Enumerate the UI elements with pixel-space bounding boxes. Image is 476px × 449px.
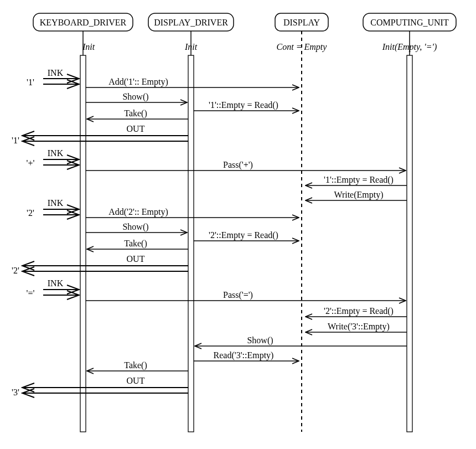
out-label: OUT bbox=[127, 124, 145, 133]
svg-rect-5 bbox=[188, 55, 194, 432]
lifeline-label: DISPLAY bbox=[283, 18, 320, 27]
msg-label: Read('3'::Empty) bbox=[214, 350, 274, 360]
ink-label: INK bbox=[48, 148, 64, 158]
lifeline-label: DISPLAY_DRIVER bbox=[154, 18, 228, 27]
out-1-event: OUT '1' bbox=[12, 124, 188, 145]
ink-label: INK bbox=[48, 198, 64, 208]
lifeline-display-driver: DISPLAY_DRIVER Init bbox=[148, 13, 234, 432]
msg-label: Show() bbox=[122, 92, 148, 102]
ink-label: INK bbox=[48, 278, 64, 288]
out-3-event: OUT '3' bbox=[12, 376, 188, 397]
msg-label: Show() bbox=[247, 336, 273, 345]
key-label: '=' bbox=[27, 288, 35, 298]
out-value: '1' bbox=[12, 136, 19, 145]
ink-2-event: INK '2' bbox=[27, 198, 79, 218]
msg-label: '2'::Empty = Read() bbox=[209, 230, 278, 240]
out-value: '2' bbox=[12, 266, 19, 275]
lifeline-label: COMPUTING_UNIT bbox=[370, 18, 449, 27]
key-label: '2' bbox=[27, 208, 34, 218]
key-label: '1' bbox=[27, 78, 34, 87]
sequence-diagram: KEYBOARD_DRIVER Init DISPLAY_DRIVER Init… bbox=[0, 0, 476, 449]
msg-label: '1'::Empty = Read() bbox=[324, 175, 394, 185]
out-label: OUT bbox=[127, 254, 145, 264]
msg-label: '1'::Empty = Read() bbox=[209, 100, 278, 110]
svg-rect-2 bbox=[80, 55, 86, 432]
msg-label: Show() bbox=[122, 222, 148, 232]
ink-plus-event: INK '+' bbox=[27, 148, 79, 168]
msg-label: Take() bbox=[124, 109, 147, 118]
msg-label: Pass('+') bbox=[223, 160, 253, 170]
out-2-event: OUT '2' bbox=[12, 254, 188, 275]
lifeline-label: KEYBOARD_DRIVER bbox=[40, 18, 127, 27]
out-value: '3' bbox=[12, 388, 19, 397]
out-label: OUT bbox=[127, 376, 145, 385]
key-label: '+' bbox=[27, 158, 35, 168]
msg-label: Add('1':: Empty) bbox=[108, 77, 168, 87]
msg-label: Write(Empty) bbox=[334, 190, 383, 200]
ink-1-event: INK '1' bbox=[27, 68, 79, 87]
msg-label: Add('2':: Empty) bbox=[108, 207, 168, 217]
ink-eq-event: INK '=' bbox=[27, 278, 79, 298]
msg-label: Pass('=') bbox=[223, 290, 253, 300]
msg-label: '2'::Empty = Read() bbox=[324, 306, 394, 316]
msg-label: Write('3'::Empty) bbox=[328, 322, 390, 332]
ink-label: INK bbox=[48, 68, 64, 78]
lifeline-display: DISPLAY Cont = Empty bbox=[275, 13, 328, 432]
state-label: Init bbox=[82, 42, 95, 51]
msg-label: Take() bbox=[124, 239, 147, 249]
lifeline-computing-unit: COMPUTING_UNIT Init(Empty, '=') bbox=[363, 13, 456, 432]
msg-label: Take() bbox=[124, 360, 147, 370]
svg-rect-10 bbox=[407, 55, 412, 432]
